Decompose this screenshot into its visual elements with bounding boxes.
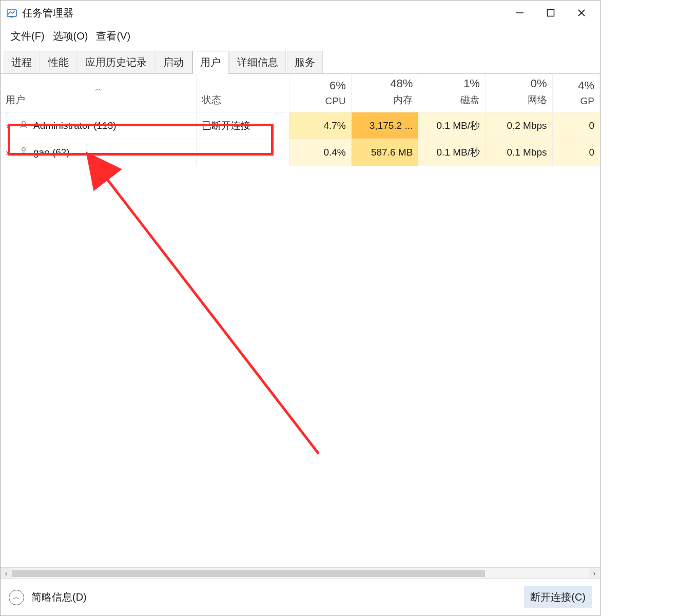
users-grid: ︿ 用户 状态 6% CPU 48% 内存 [1,74,600,567]
tab-users[interactable]: 用户 [192,51,228,74]
tab-performance[interactable]: 性能 [41,51,76,73]
tab-processes[interactable]: 进程 [4,51,40,73]
window-title: 任务管理器 [22,6,73,20]
svg-line-8 [103,174,319,454]
col-mem-label: 内存 [393,94,413,105]
row-mem: 587.6 MB [351,139,418,166]
titlebar[interactable]: 任务管理器 [1,1,600,25]
scroll-right-icon[interactable]: › [589,568,600,579]
col-net-label: 网络 [528,94,547,105]
col-net-pct: 0% [491,77,547,90]
row-status [197,139,289,166]
row-disk: 0.1 MB/秒 [418,112,486,139]
task-manager-window: 任务管理器 文件(F) 选项(O) 查看(V) 进程 性能 应用历史记录 启动 … [0,0,600,616]
expand-icon[interactable]: › [6,147,14,158]
scrollbar-track[interactable] [12,570,589,577]
col-cpu-pct: 6% [295,79,346,92]
col-gpu[interactable]: 4% GP [552,74,599,112]
col-status-label: 状态 [202,94,221,105]
col-user[interactable]: ︿ 用户 [1,74,197,112]
col-gpu-label: GP [580,95,594,106]
row-net: 0.2 Mbps [485,112,552,139]
user-icon [19,120,28,131]
table-row[interactable]: › gao (62) 0.4% 587.6 MB 0.1 MB/秒 0.1 Mb… [1,139,600,166]
row-status: 已断开连接 [197,112,289,139]
menu-view[interactable]: 查看(V) [93,27,133,45]
close-button[interactable] [566,3,597,23]
maximize-button[interactable] [535,3,566,23]
col-net[interactable]: 0% 网络 [485,74,552,112]
col-status[interactable]: 状态 [197,74,289,112]
table-row[interactable]: › Administrator (113) 已断开连接 4.7% 3,175.2… [1,112,600,139]
minimize-button[interactable] [505,3,535,23]
tab-app-history[interactable]: 应用历史记录 [77,51,154,73]
tabstrip: 进程 性能 应用历史记录 启动 用户 详细信息 服务 [1,50,600,74]
row-user-name: gao (62) [33,147,70,158]
menubar: 文件(F) 选项(O) 查看(V) [1,25,600,50]
svg-rect-1 [10,16,13,17]
menu-file[interactable]: 文件(F) [8,27,48,45]
row-cpu: 0.4% [289,139,352,166]
col-gpu-pct: 4% [558,79,594,92]
svg-point-7 [22,148,25,151]
menu-options[interactable]: 选项(O) [50,27,91,45]
col-cpu[interactable]: 6% CPU [289,74,352,112]
svg-point-6 [22,121,25,124]
footer: ︿ 简略信息(D) 断开连接(C) [1,579,600,615]
col-disk-pct: 1% [423,77,480,90]
tab-services[interactable]: 服务 [287,51,323,73]
col-disk[interactable]: 1% 磁盘 [418,74,486,112]
brief-info-button[interactable]: 简略信息(D) [31,590,87,604]
expand-icon[interactable]: › [6,120,14,131]
col-mem-pct: 48% [357,77,413,90]
row-mem: 3,175.2 ... [351,112,418,139]
scroll-left-icon[interactable]: ‹ [1,568,12,579]
col-user-label: 用户 [6,94,25,105]
collapse-toggle-button[interactable]: ︿ [9,590,24,605]
tab-startup[interactable]: 启动 [156,51,191,73]
row-user-name: Administrator (113) [33,120,117,131]
scrollbar-thumb[interactable] [12,570,485,577]
row-net: 0.1 Mbps [485,139,552,166]
disconnect-button[interactable]: 断开连接(C) [524,586,592,608]
col-disk-label: 磁盘 [460,94,480,105]
sort-indicator-icon: ︿ [6,84,191,93]
row-gpu: 0 [552,139,599,166]
row-cpu: 4.7% [289,112,352,139]
chevron-up-icon: ︿ [12,592,21,603]
row-gpu: 0 [552,112,599,139]
app-icon [6,7,18,19]
svg-rect-3 [548,10,554,16]
tab-details[interactable]: 详细信息 [229,51,286,73]
col-cpu-label: CPU [325,95,346,106]
horizontal-scrollbar[interactable]: ‹ › [1,567,600,579]
user-icon [19,146,28,158]
row-disk: 0.1 MB/秒 [418,139,486,166]
col-mem[interactable]: 48% 内存 [351,74,418,112]
